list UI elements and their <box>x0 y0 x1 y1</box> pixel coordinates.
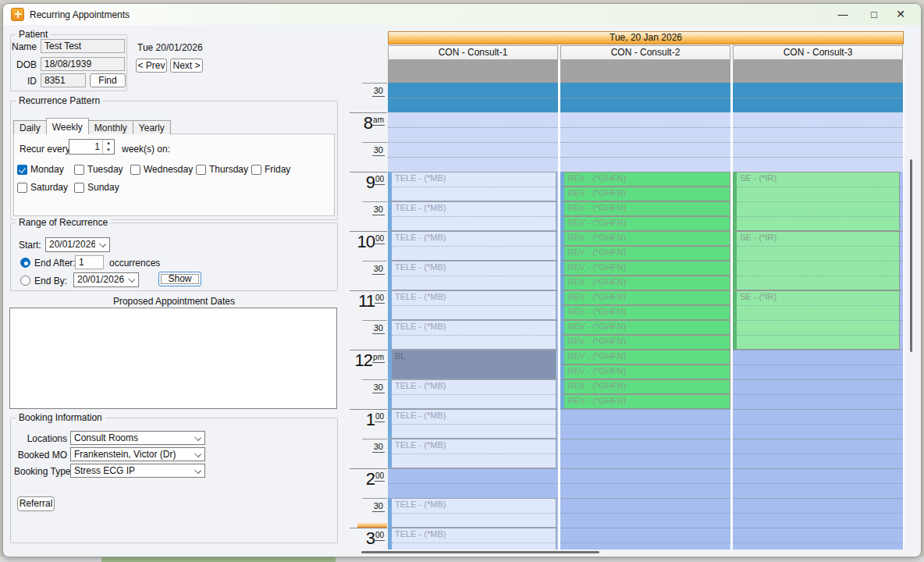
time-tick-label: 1000 <box>357 233 385 250</box>
appointment-slot[interactable]: TELE - (*MB) <box>388 201 556 231</box>
close-button[interactable]: ✕ <box>885 4 916 25</box>
slot-division-line <box>737 187 899 187</box>
appointment-slot[interactable]: TELE - (*MB) <box>388 409 556 439</box>
closed-band <box>733 60 903 83</box>
patient-name-label: Name <box>11 41 37 52</box>
appointment-slot[interactable]: REV - (*GHFN) <box>560 216 730 231</box>
slot-division-line <box>392 424 556 425</box>
horizontal-scrollbar-thumb[interactable] <box>361 551 599 553</box>
slot-division-line <box>392 513 556 514</box>
day-checkbox-friday[interactable]: Friday <box>251 164 290 175</box>
appointment-slot[interactable]: REV - (*GHFN) <box>560 290 730 305</box>
titlebar[interactable]: Recurring Appointments — □ ✕ <box>3 4 921 25</box>
appointment-slot-label: REV - (*GHFN) <box>567 277 626 286</box>
grid-line <box>560 98 730 98</box>
booked-mo-label: Booked MO <box>14 450 67 461</box>
appointment-slot-label: REV - (*GHFN) <box>567 292 626 301</box>
prev-button[interactable]: < Prev <box>136 59 167 73</box>
appointment-slot-label: REV - (*GHFN) <box>567 396 626 405</box>
patient-name-field[interactable]: Test Test <box>41 39 125 53</box>
appointment-slot-label: TELE - (*MB) <box>395 292 446 301</box>
appointment-slot[interactable]: REV - (*GHFN) <box>560 350 730 365</box>
tab-weekly[interactable]: Weekly <box>46 118 89 134</box>
weeks-on-label: week(s) on: <box>122 144 170 155</box>
appointment-slot[interactable]: TELE - (*MB) <box>388 320 556 350</box>
appointment-slot[interactable]: TELE - (*MB) <box>388 172 556 201</box>
recurring-appointments-window: Recurring Appointments — □ ✕ Patient Nam… <box>2 3 922 557</box>
grid-line <box>733 483 903 484</box>
appointment-slot-label: TELE - (*MB) <box>395 322 446 331</box>
minimize-button[interactable]: — <box>827 4 858 25</box>
booked-mo-combo[interactable]: Frankenstein, Victor (Dr) <box>70 447 205 461</box>
booking-type-combo[interactable]: Stress ECG IP <box>70 464 205 478</box>
occurrences-field[interactable]: 1 <box>75 255 104 269</box>
appointment-slot-label: SE - (*IR) <box>740 173 777 183</box>
interval-stepper[interactable]: 1 ▲ ▼ <box>69 139 115 155</box>
time-ruler: 8am9001000110012pm1002003003030303030303… <box>348 60 387 550</box>
end-by-date-combo[interactable]: 20/01/2026 <box>73 272 139 287</box>
calendar-date-header: Tue, 20 Jan 2026 <box>388 31 904 44</box>
stepper-down-icon[interactable]: ▼ <box>103 147 114 154</box>
start-date-combo[interactable]: 20/01/2026 <box>45 237 110 252</box>
resource-column-header[interactable]: CON - Consult-2 <box>560 45 730 60</box>
appointment-slot[interactable]: TELE - (*MB) <box>388 261 556 290</box>
appointment-slot[interactable]: REV - (*GHFN) <box>560 276 730 290</box>
patient-dob-field[interactable]: 18/08/1939 <box>41 57 125 71</box>
appointment-slot[interactable]: TELE - (*MB) <box>388 231 556 261</box>
proposed-dates-listbox[interactable] <box>9 308 337 409</box>
day-checkbox-thursday[interactable]: Thursday <box>196 164 248 175</box>
appointment-slot[interactable]: REV - (*GHFN) <box>560 172 730 187</box>
end-after-radio[interactable] <box>20 258 30 268</box>
appointment-slot[interactable]: SE - (*IR) <box>733 290 900 350</box>
half-hour-grid-line <box>362 142 387 143</box>
appointment-slot[interactable]: REV - (*GHFN) <box>560 201 730 216</box>
slot-division-line <box>392 394 556 395</box>
appointment-slot[interactable]: TELE - (*MB) <box>388 498 556 528</box>
appointment-slot[interactable]: REV - (*GHFN) <box>560 365 730 379</box>
appointment-slot[interactable]: REV - (*GHFN) <box>560 305 730 320</box>
stepper-arrows[interactable]: ▲ ▼ <box>102 140 114 154</box>
day-checkbox-wednesday[interactable]: Wednesday <box>130 164 193 175</box>
day-checkbox-tuesday[interactable]: Tuesday <box>74 164 123 175</box>
appointment-slot[interactable]: REV - (*GHFN) <box>560 261 730 276</box>
tab-yearly[interactable]: Yearly <box>133 120 171 134</box>
show-button[interactable]: Show <box>158 272 201 286</box>
vertical-scrollbar-thumb[interactable] <box>910 159 912 352</box>
day-checkbox-sunday[interactable]: Sunday <box>74 182 119 193</box>
referral-button[interactable]: Referral <box>17 496 55 511</box>
find-button[interactable]: Find <box>90 73 126 87</box>
chevron-down-icon <box>128 276 135 283</box>
appointment-slot[interactable]: SE - (*IR) <box>733 231 900 290</box>
appointment-slot[interactable]: BL <box>388 350 556 379</box>
locations-combo[interactable]: Consult Rooms <box>70 431 205 445</box>
appointment-slot[interactable]: REV - (*GHFN) <box>560 379 730 394</box>
appointment-slot[interactable]: REV - (*GHFN) <box>560 394 730 409</box>
appointment-slot[interactable]: TELE - (*MB) <box>388 439 556 468</box>
slot-division-line <box>737 305 899 306</box>
appointment-slot-label: SE - (*IR) <box>740 292 777 301</box>
appointment-slot[interactable]: TELE - (*MB) <box>388 379 556 409</box>
resource-column-header[interactable]: CON - Consult-1 <box>388 45 558 60</box>
appointment-slot[interactable]: REV - (*GHFN) <box>560 187 730 201</box>
appointment-slot-label: TELE - (*MB) <box>395 500 446 509</box>
resource-column-header[interactable]: CON - Consult-3 <box>733 45 903 60</box>
stepper-up-icon[interactable]: ▲ <box>103 140 114 147</box>
day-checkbox-saturday[interactable]: Saturday <box>17 182 68 193</box>
patient-id-field[interactable]: 8351 <box>41 73 86 87</box>
tab-daily[interactable]: Daily <box>13 120 47 134</box>
tab-monthly[interactable]: Monthly <box>88 120 133 134</box>
appointment-slot[interactable]: SE - (*IR) <box>733 172 900 231</box>
appointment-slot[interactable]: TELE - (*MB) <box>388 290 556 320</box>
end-by-radio[interactable] <box>20 276 30 286</box>
appointment-slot-label: TELE - (*MB) <box>395 411 446 420</box>
day-checkbox-monday[interactable]: Monday <box>17 164 64 175</box>
next-button[interactable]: Next > <box>170 59 203 73</box>
appointment-slot[interactable]: TELE - (*MB) <box>388 528 556 550</box>
grid-line <box>388 142 558 143</box>
appointment-slot[interactable]: REV - (*GHFN) <box>560 246 730 261</box>
checkbox-icon <box>196 165 206 175</box>
appointment-slot-label: REV - (*GHFN) <box>567 262 626 272</box>
appointment-slot[interactable]: REV - (*GHFN) <box>560 320 730 335</box>
appointment-slot[interactable]: REV - (*GHFN) <box>560 231 730 246</box>
appointment-slot[interactable]: REV - (*GHFN) <box>560 335 730 350</box>
